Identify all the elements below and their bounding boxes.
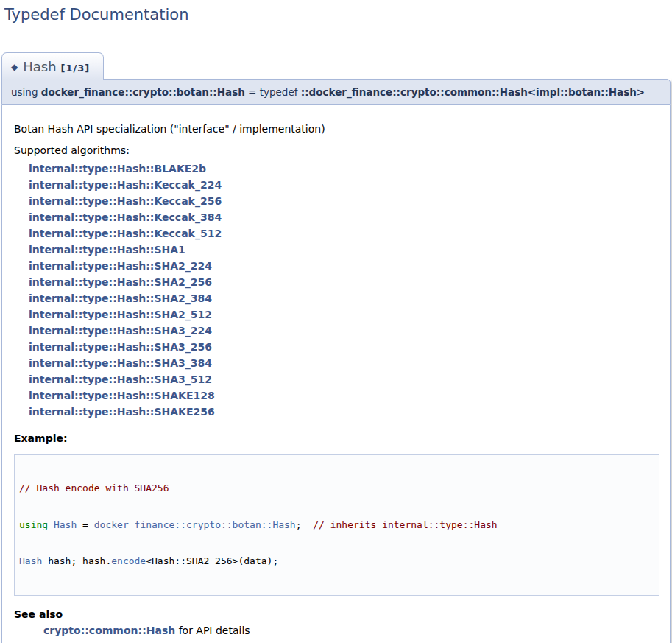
code-line: // Hash encode with SHA256 [19,482,654,495]
algorithm-link[interactable]: internal::type::Hash::SHAKE256 [29,404,661,420]
proto-using-keyword: using [11,86,41,98]
algorithm-link[interactable]: internal::type::Hash::SHA3_256 [29,339,661,355]
code-text: ; [296,519,313,530]
algorithm-link[interactable]: internal::type::Hash::SHA3_512 [29,371,661,387]
see-also-section: See also crypto::common::Hash for API de… [14,608,661,636]
supported-algorithms-label: Supported algorithms: [14,144,661,156]
code-text: hash; hash. [42,555,111,566]
see-also-label: See also [14,608,661,620]
code-link-hash[interactable]: Hash [19,555,42,566]
proto-target-type: ::docker_finance::crypto::common::Hash<i… [301,86,645,98]
algorithm-link[interactable]: internal::type::Hash::SHA3_384 [29,355,661,371]
code-text [48,519,54,530]
algorithm-link[interactable]: internal::type::Hash::Keccak_512 [29,225,661,242]
code-link-hash[interactable]: Hash [54,519,77,530]
code-block: // Hash encode with SHA256 using Hash = … [14,454,659,596]
code-keyword: using [19,519,48,530]
member-description: Botan Hash API specialization ("interfac… [14,123,661,135]
code-comment: // Hash encode with SHA256 [19,482,169,493]
algorithm-link[interactable]: internal::type::Hash::SHA2_384 [29,290,661,306]
member-tab: ◆Hash[1/3] [1,52,104,80]
algorithm-link[interactable]: internal::type::Hash::SHA2_224 [29,258,661,274]
anchor-diamond-icon[interactable]: ◆ [11,62,18,72]
example-section: Example: [14,432,661,444]
see-also-content: crypto::common::Hash for API details [43,625,661,636]
code-text: = [77,519,93,530]
algorithm-link[interactable]: internal::type::Hash::Keccak_384 [29,209,661,225]
member-overload-index: [1/3] [61,63,91,74]
algorithm-link[interactable]: internal::type::Hash::SHA2_256 [29,274,661,290]
proto-equals-typedef: = typedef [245,86,301,98]
code-link-botan-hash[interactable]: docker_finance::crypto::botan::Hash [94,519,296,530]
see-also-text: for API details [175,625,250,636]
algorithm-link[interactable]: internal::type::Hash::SHA3_224 [29,323,661,339]
algorithm-link[interactable]: internal::type::Hash::SHA2_512 [29,306,661,323]
member-name: Hash [23,59,56,74]
code-line: using Hash = docker_finance::crypto::bot… [19,519,654,532]
code-link-encode[interactable]: encode [111,555,146,566]
member-item: using docker_finance::crypto::botan::Has… [1,79,671,643]
member-documentation: Botan Hash API specialization ("interfac… [1,105,671,643]
example-label: Example: [14,432,661,444]
code-comment: // inherits internal::type::Hash [313,519,497,530]
code-text: <Hash::SHA2_256>(data); [146,555,278,566]
algorithm-link[interactable]: internal::type::Hash::Keccak_224 [29,177,661,193]
see-also-link[interactable]: crypto::common::Hash [43,625,175,636]
algorithm-link[interactable]: internal::type::Hash::Keccak_256 [29,193,661,209]
algorithm-link[interactable]: internal::type::Hash::BLAKE2b [29,161,661,177]
member-prototype: using docker_finance::crypto::botan::Has… [1,79,671,105]
algorithm-link[interactable]: internal::type::Hash::SHAKE128 [29,387,661,404]
proto-typedef-name: docker_finance::crypto::botan::Hash [41,86,245,98]
algorithm-link[interactable]: internal::type::Hash::SHA1 [29,242,661,258]
algorithm-list: internal::type::Hash::BLAKE2b internal::… [29,161,661,420]
code-line: Hash hash; hash.encode<Hash::SHA2_256>(d… [19,555,654,568]
page-title: Typedef Documentation [3,4,672,27]
